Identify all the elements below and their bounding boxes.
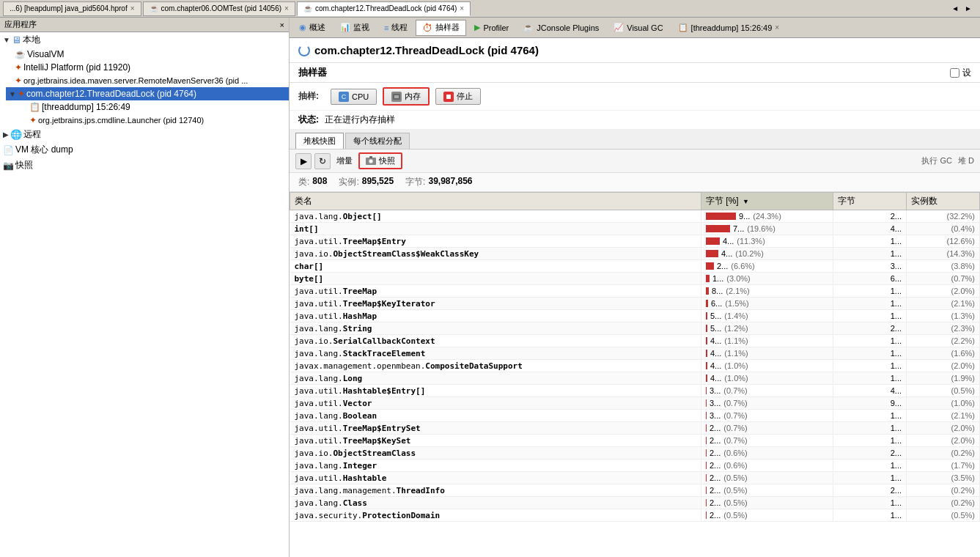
- th-instances[interactable]: 实例数: [907, 193, 980, 210]
- sidebar-item-remote[interactable]: ▶ 🌐 远程: [0, 127, 289, 142]
- tab-heapdump-close[interactable]: ×: [130, 4, 135, 12]
- tab-oomtest[interactable]: ☕ com.chapter06.OOMTest (pid 14056) ×: [143, 1, 295, 16]
- table-row[interactable]: java.io.ObjectStreamClass$WeakClassKey 4…: [290, 248, 980, 260]
- cell-bytes2: 1...: [833, 235, 907, 248]
- class-value: 808: [312, 176, 327, 188]
- snapshot-button[interactable]: 快照: [358, 152, 402, 169]
- bar-bytes: 2...: [710, 473, 721, 482]
- cell-bytes2: 1...: [833, 372, 907, 385]
- cell-bar: 2... (0.7%): [701, 435, 833, 447]
- tab-threaddeadlock[interactable]: ☕ com.chapter12.ThreadDeadLock (pid 4764…: [297, 1, 471, 16]
- visualvm-icon: ☕: [15, 49, 26, 59]
- table-row[interactable]: java.util.TreeMap 8... (2.1%) 1...(2.0%): [290, 285, 980, 298]
- table-header: 类名 字节 [%] ▼ 字节 实例数: [290, 193, 980, 210]
- bar-container: 6... (1.5%): [706, 299, 828, 308]
- sidebar-item-launcher[interactable]: ✦ org.jetbrains.jps.cmdline.Launcher (pi…: [26, 114, 289, 127]
- table-row[interactable]: java.lang.Integer 2... (0.6%) 1...(1.7%): [290, 460, 980, 472]
- th-bytes[interactable]: 字节: [833, 193, 907, 210]
- tab-threaddump-close[interactable]: ×: [775, 23, 779, 32]
- tab-profiler[interactable]: ▶ Profiler: [468, 20, 515, 36]
- class-text: java.util.TreeMap$Entry: [295, 237, 406, 246]
- sidebar-item-snapshot[interactable]: 📷 快照: [0, 158, 289, 173]
- cell-bar: 4... (1.0%): [701, 360, 833, 372]
- stat-instance: 实例: 895,525: [339, 176, 394, 188]
- tab-overview[interactable]: ◉ 概述: [292, 20, 332, 36]
- refresh-icon: [298, 45, 310, 56]
- sidebar-item-threaddump[interactable]: 📋 [threaddump] 15:26:49: [26, 100, 289, 114]
- content-area: com.chapter12.ThreadDeadLock (pid 4764) …: [290, 38, 980, 557]
- refresh-action-button[interactable]: ↻: [314, 153, 331, 169]
- arrow-right[interactable]: ►: [962, 4, 974, 12]
- sidebar-item-local[interactable]: ▼ 🖥 本地: [0, 32, 289, 48]
- play-button[interactable]: ▶: [295, 153, 312, 169]
- bar-container: 4... (1.0%): [706, 374, 828, 383]
- table-row[interactable]: byte[] 1... (3.0%) 6...(0.7%): [290, 273, 980, 285]
- table-row[interactable]: javax.management.openmbean.CompositeData…: [290, 360, 980, 372]
- bar-pct: (2.1%): [726, 287, 749, 295]
- class-text: java.lang.Long: [295, 374, 363, 383]
- table-row[interactable]: java.lang.Long 4... (1.0%) 1...(1.9%): [290, 372, 980, 385]
- tab-visualgc[interactable]: 📈 Visual GC: [607, 20, 669, 36]
- bar-container: 3... (0.7%): [706, 386, 828, 395]
- sidebar-item-maven[interactable]: ✦ org.jetbrains.idea.maven.server.Remote…: [6, 74, 289, 87]
- table-row[interactable]: java.util.TreeMap$Entry 4... (11.3%) 1..…: [290, 235, 980, 248]
- cell-classname: java.lang.String: [290, 322, 701, 335]
- class-text: javax.management.openmbean.CompositeData…: [295, 361, 523, 371]
- memory-button[interactable]: 内存: [383, 87, 430, 106]
- table-row[interactable]: java.lang.Boolean 3... (0.7%) 1...(2.1%): [290, 410, 980, 422]
- controls-row: 抽样: C CPU 内存 停止: [290, 83, 980, 111]
- tab-sampler[interactable]: ⏱ 抽样器: [416, 20, 466, 36]
- table-row[interactable]: java.util.Hashtable 2... (0.5%) 1...(3.5…: [290, 472, 980, 484]
- memory-icon: [391, 92, 402, 102]
- cell-instances: (32.2%): [907, 210, 980, 223]
- table-row[interactable]: java.util.TreeMap$KeyIterator 6... (1.5%…: [290, 298, 980, 310]
- table-row[interactable]: char[] 2... (6.6%) 3...(3.8%): [290, 260, 980, 273]
- tab-oomtest-close[interactable]: ×: [284, 4, 289, 12]
- exec-gc-label[interactable]: 执行 GC: [921, 155, 952, 166]
- tab-monitor[interactable]: 📊 监视: [334, 20, 376, 36]
- table-row[interactable]: java.io.SerialCallbackContext 4... (1.1%…: [290, 335, 980, 347]
- heap-d-label[interactable]: 堆 D: [958, 155, 974, 166]
- table-row[interactable]: java.util.Vector 3... (0.7%) 9...(1.0%): [290, 397, 980, 410]
- cpu-button[interactable]: C CPU: [331, 89, 377, 105]
- subtab-heap[interactable]: 堆栈快图: [295, 133, 344, 149]
- table-row[interactable]: java.lang.String 5... (1.2%) 2...(2.3%): [290, 322, 980, 335]
- table-row[interactable]: java.security.ProtectionDomain 2... (0.5…: [290, 509, 980, 522]
- sidebar-close[interactable]: ×: [280, 21, 284, 29]
- subtab-thread-alloc[interactable]: 每个线程分配: [345, 133, 410, 149]
- sidebar-item-intellij[interactable]: ✦ IntelliJ Platform (pid 11920): [6, 61, 289, 74]
- main-layout: 应用程序 × ▼ 🖥 本地 ☕ VisualVM ✦ IntelliJ Plat…: [0, 18, 980, 557]
- tab-thread[interactable]: ≡ 线程: [377, 20, 414, 36]
- tab-threaddump[interactable]: 📋 [threaddump] 15:26:49 ×: [671, 20, 786, 36]
- table-row[interactable]: java.util.Hashtable$Entry[] 3... (0.7%) …: [290, 385, 980, 397]
- table-row[interactable]: java.io.ObjectStreamClass 2... (0.6%) 2.…: [290, 447, 980, 460]
- toolbar-tabs: ◉ 概述 📊 监视 ≡ 线程 ⏱ 抽样器 ▶ Profiler ☕ JConso…: [290, 18, 980, 38]
- bar-container: 2... (0.5%): [706, 473, 828, 482]
- table-row[interactable]: java.lang.Object[] 9... (24.3%) 2...(32.…: [290, 210, 980, 223]
- table-row[interactable]: java.lang.Class 2... (0.5%) 1...(0.2%): [290, 497, 980, 509]
- cell-bar: 4... (1.0%): [701, 372, 833, 385]
- class-text: java.security.ProtectionDomain: [295, 511, 441, 520]
- th-bytes-pct[interactable]: 字节 [%] ▼: [701, 193, 833, 210]
- sidebar-item-vmdump[interactable]: 📄 VM 核心 dump: [0, 142, 289, 158]
- sidebar-item-visualvm[interactable]: ☕ VisualVM: [6, 48, 289, 61]
- cell-classname: java.util.Hashtable$Entry[]: [290, 385, 701, 397]
- table-row[interactable]: java.lang.StackTraceElement 4... (1.1%) …: [290, 347, 980, 360]
- svg-rect-6: [369, 156, 372, 158]
- stop-button[interactable]: 停止: [435, 88, 481, 105]
- arrow-left[interactable]: ◄: [949, 4, 961, 12]
- tab-jconsole[interactable]: ☕ JConsole Plugins: [517, 20, 605, 36]
- table-row[interactable]: java.util.TreeMap$EntrySet 2... (0.7%) 1…: [290, 422, 980, 435]
- cell-bytes2: 9...: [833, 397, 907, 410]
- table-row[interactable]: java.lang.management.ThreadInfo 2... (0.…: [290, 484, 980, 497]
- class-text: char[]: [295, 262, 324, 271]
- sidebar-item-threaddeadlock[interactable]: ▼ ✦ com.chapter12.ThreadDeadLock (pid 47…: [6, 87, 289, 100]
- table-row[interactable]: java.util.HashMap 5... (1.4%) 1...(1.3%): [290, 310, 980, 322]
- th-classname[interactable]: 类名: [290, 193, 701, 210]
- cell-bar: 2... (0.5%): [701, 484, 833, 497]
- settings-checkbox[interactable]: [950, 68, 959, 78]
- table-row[interactable]: java.util.TreeMap$KeySet 2... (0.7%) 1..…: [290, 435, 980, 447]
- tab-heapdump[interactable]: ...6) [heapdump] java_pid5604.hprof ×: [3, 1, 141, 16]
- tab-threaddeadlock-close[interactable]: ×: [460, 4, 464, 12]
- table-row[interactable]: int[] 7... (19.6%) 4...(0.4%): [290, 223, 980, 235]
